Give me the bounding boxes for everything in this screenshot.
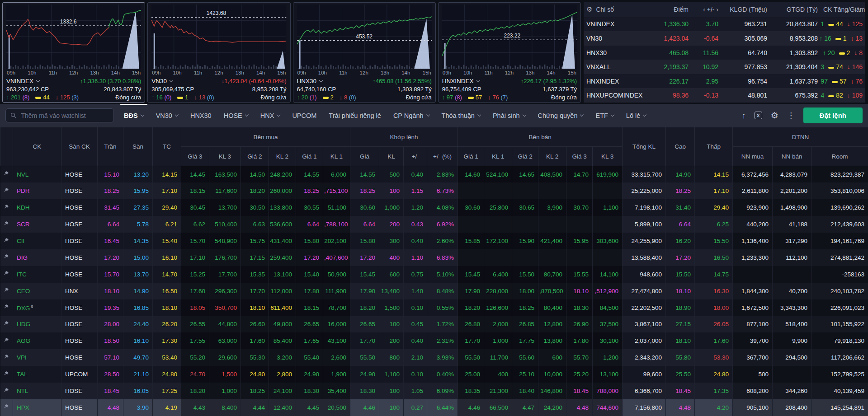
excel-export-icon[interactable]: x (755, 112, 762, 119)
search-input[interactable] (20, 112, 109, 120)
pin-icon[interactable] (3, 287, 9, 293)
index-row-hnxindex[interactable]: HNXINDEX226.172.9596.7541,637.379↑ 9757↓… (584, 74, 865, 89)
tab-upcom[interactable]: UPCOM (292, 104, 316, 127)
index-row-vnxall[interactable]: VNXALL2,193.3710.92977.85321,309.404↑ 24… (584, 60, 865, 74)
pin-icon[interactable] (3, 337, 9, 343)
symbol-cell[interactable]: HDG (13, 316, 61, 333)
tab-phái-sinh[interactable]: Phái sinh (493, 104, 526, 127)
symbol-cell[interactable]: PDR (13, 182, 61, 199)
board-row-ceo[interactable]: CEOHNX18.1014.9016.5017.60296,30017.7011… (0, 283, 868, 299)
tab-hnx[interactable]: HNX (260, 104, 280, 127)
board-row-vpi[interactable]: VPIHOSE57.1049.7053.4055.2029,60055.303,… (0, 349, 868, 366)
chart-panel-hnx30[interactable]: 453.5209h10h11h12h13h14h15hHNX30↑465.08 … (293, 2, 436, 103)
board-cell: 16.10 (123, 332, 153, 349)
tab-label: Chứng quyền (538, 112, 578, 119)
board-row-agg[interactable]: AGGHOSE18.5016.1017.3017.5563,00017.6085… (0, 332, 868, 349)
chart-panel-hnxindex[interactable]: 223.2209h10h11h12h13h14h15hHNXINDEX↑226.… (438, 2, 581, 103)
chart-symbol-dropdown[interactable]: VNINDEX (6, 78, 39, 84)
chart-symbol-dropdown[interactable]: HNX30 (297, 78, 323, 84)
kebab-menu-icon[interactable]: ⋮ (787, 112, 795, 120)
board-cell: 0.40 (404, 233, 427, 249)
tab-thỏa-thuận[interactable]: Thỏa thuận (442, 104, 481, 127)
scroll-top-icon[interactable]: ↑ (742, 112, 746, 120)
advancers: ↑ 97 (821, 78, 828, 85)
tab-cp-ngành[interactable]: CP Ngành (393, 104, 429, 127)
pin-icon[interactable] (3, 204, 9, 210)
board-cell: 16.85 (123, 299, 153, 316)
index-row-vn30[interactable]: VN301,423.04-0.64305.0698,953.208↑ 161↓ … (584, 31, 865, 46)
board-row-cii[interactable]: CIIHOSE16.4514.3515.4015.70548,90015.754… (0, 233, 868, 249)
pin-icon[interactable] (3, 171, 9, 177)
pin-icon[interactable] (3, 371, 9, 377)
symbol-cell[interactable]: SCR (13, 216, 61, 233)
pin-icon[interactable] (3, 271, 9, 276)
board-row-nvl[interactable]: NVLHOSE15.1013.2014.1514.45163,50014.502… (0, 166, 868, 183)
gear-icon[interactable]: ⚙ (586, 5, 592, 14)
board-cell: 30.60 (458, 199, 484, 216)
board-row-itc[interactable]: ITCHOSE15.7013.7014.7015.2517,70015.3513… (0, 266, 868, 283)
tab-hnx30[interactable]: HNX30 (190, 104, 212, 127)
symbol-cell[interactable]: HPX (13, 399, 61, 416)
tab-trái-phiếu-riêng-lẻ[interactable]: Trái phiếu riêng lẻ (329, 104, 381, 127)
symbol-cell[interactable]: AGG (13, 332, 61, 349)
gear-icon[interactable]: ⚙ (771, 111, 778, 120)
toolbar-icons: ↑ x ⚙ ⋮ (742, 111, 795, 120)
board-cell: 15.50 (512, 266, 538, 283)
board-cell: 202,100 (323, 233, 350, 249)
symbol-cell[interactable]: DIG (13, 249, 61, 266)
board-row-pdr[interactable]: PDRHOSE18.2515.9517.1018.15117,60018.202… (0, 182, 868, 199)
symbol-cell[interactable]: NTL (13, 383, 61, 399)
board-cell (593, 182, 623, 199)
pin-icon[interactable] (3, 187, 9, 193)
chart-panel-vnindex[interactable]: 1332.609h10h11h12h13h14h15hVNINDEX↑1,336… (2, 2, 145, 103)
tab-bđs[interactable]: BĐS (124, 104, 144, 127)
symbol-cell[interactable]: TAL (13, 366, 61, 383)
board-row-hdg[interactable]: HDGHOSE28.0024.4026.2026.5544,80026.6049… (0, 316, 868, 333)
pin-icon[interactable] (3, 321, 9, 327)
tab-etf[interactable]: ETF (595, 104, 613, 127)
symbol-cell[interactable]: VPI (13, 349, 61, 366)
board-cell: 100 (379, 383, 404, 399)
board-row-ntl[interactable]: NTLHOSE18.4516.0517.2518.201,00018.2524,… (0, 383, 868, 399)
pin-icon[interactable] (3, 221, 9, 227)
board-row-scr[interactable]: SCRHOSE6.645.786.216.62510,4006.63536,60… (0, 216, 868, 233)
board-cell (566, 182, 593, 199)
pin-icon[interactable] (3, 404, 9, 410)
board-cell: 18.30 (566, 299, 593, 316)
symbol-cell[interactable]: KDH (13, 199, 61, 216)
symbol-cell[interactable]: ITC (13, 266, 61, 283)
watchlist-search[interactable] (5, 108, 114, 122)
index-row-vnindex[interactable]: VNINDEX1,336.303.70963.23120,843.807↑ 20… (584, 17, 865, 32)
symbol-cell[interactable]: NVL (13, 166, 61, 183)
time-tick: 10h (318, 70, 327, 75)
pin-icon[interactable] (3, 304, 9, 310)
tab-hose[interactable]: HOSE (224, 104, 248, 127)
pin-icon[interactable] (3, 254, 9, 260)
index-row-hnx30[interactable]: HNX30465.0811.5664.7401,303.892↑ 202↓ 8 (584, 46, 865, 60)
board-row-tal[interactable]: TALUPCOM28.5021.1024.8024.701,50024.802,… (0, 366, 868, 383)
board-row-dxg[interactable]: DXGoHOSE19.3516.8518.1018.05350,70018.10… (0, 299, 868, 316)
chart-change-value: ↑1,336.30 (3.70 0.28%) (80, 78, 141, 84)
place-order-button[interactable]: Đặt lệnh (803, 108, 863, 123)
symbol-cell[interactable]: CEO (13, 283, 61, 299)
pin-icon[interactable] (3, 388, 9, 393)
chart-symbol-dropdown[interactable]: HNXINDEX (442, 78, 480, 84)
group-header-match: Khớp lệnh (350, 127, 458, 147)
chart-panel-vn30[interactable]: 1423.6809h10h11h12h13h14h15hVN30↓1,423.0… (147, 2, 290, 103)
pin-icon[interactable] (3, 354, 9, 360)
board-cell: 6.83% (427, 249, 458, 266)
pin-cell (0, 299, 13, 316)
board-row-kdh[interactable]: KDHHOSE31.4527.3529.4030.4513,70030.5013… (0, 199, 868, 216)
board-row-hpx[interactable]: HPXHOSE4.483.904.194.438,4004.4412,4004.… (0, 399, 868, 416)
tab-chứng-quyền[interactable]: Chứng quyền (538, 104, 584, 127)
tab-lô-lẻ[interactable]: Lô lẻ (626, 104, 646, 127)
symbol-cell[interactable]: CII (13, 233, 61, 249)
board-row-dig[interactable]: DIGHOSE17.2015.0016.1017.10176,70017.152… (0, 249, 868, 266)
index-row-hnxupcomindex[interactable]: HNXUPCOMINDEX98.36-0.1348.801675.392↑ 15… (584, 88, 865, 103)
board-cell: 17.20 (296, 249, 323, 266)
chart-symbol-dropdown[interactable]: VN30 (151, 78, 173, 84)
time-tick: 09h (297, 70, 306, 75)
tab-vn30[interactable]: VN30 (156, 104, 178, 127)
pin-icon[interactable] (3, 238, 9, 243)
symbol-cell[interactable]: DXGo (13, 299, 61, 316)
